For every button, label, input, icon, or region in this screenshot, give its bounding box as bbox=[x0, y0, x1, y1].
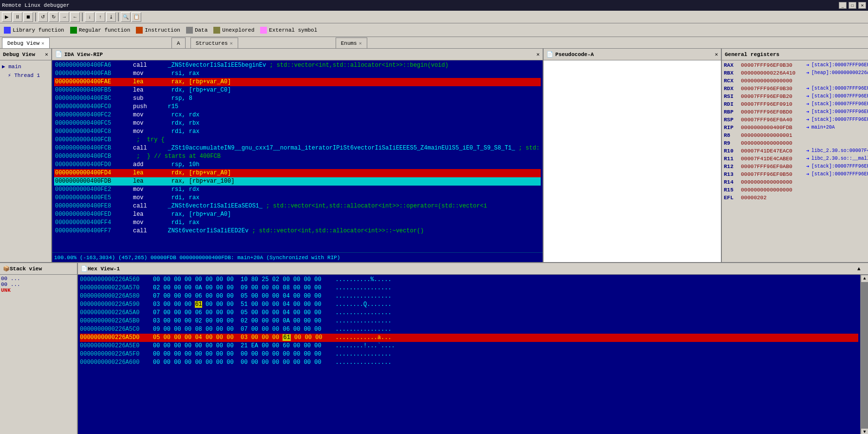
asm-addr-13: 0000000000400FD0 bbox=[55, 161, 133, 169]
asm-ops-9: rdi, rax bbox=[157, 128, 199, 136]
debug-item-1[interactable]: ▶ main bbox=[2, 62, 49, 71]
stack-view-header: 📦 Stack view bbox=[0, 263, 77, 275]
pseudocode-title: Pseudocode-A bbox=[555, 52, 594, 57]
toolbar-btn-6[interactable]: → bbox=[59, 12, 69, 22]
legend-label-data: Data bbox=[195, 27, 208, 33]
ida-view-close[interactable]: ✕ bbox=[536, 51, 540, 57]
legend-color-unexplored bbox=[213, 27, 220, 34]
toolbar-btn-2[interactable]: ⏸ bbox=[13, 12, 22, 22]
pseudocode-content[interactable] bbox=[544, 60, 721, 262]
hex-byte-yellow-2: 61 bbox=[283, 334, 290, 341]
asm-line-16: 0000000000400FE2 mov rsi, rdx bbox=[54, 186, 541, 194]
hex-content[interactable]: 0000000000226A560 00 00 00 00 00 00 00 0… bbox=[78, 275, 860, 434]
hex-scroll-up[interactable]: ▲ bbox=[857, 266, 865, 272]
tab-enums[interactable]: Enums ✕ bbox=[336, 38, 367, 48]
hex-row-6: 0000000000226A5B0 03 00 00 00 02 00 00 0… bbox=[80, 317, 858, 325]
stack-item-1: 00 ... bbox=[1, 276, 76, 282]
asm-ops-1: _ZNSt6vectorIiSaIiEE5beginEv bbox=[157, 61, 266, 70]
toolbar-btn-9[interactable]: ↑ bbox=[95, 12, 105, 22]
ida-view-panel: 📄 IDA View-RIP ✕ 0000000000400FA6 call _… bbox=[52, 49, 544, 262]
hex-scrollbar[interactable]: ▲ ▼ bbox=[860, 275, 868, 434]
asm-line-5: 0000000000400FBC sub rsp, 8 bbox=[54, 94, 541, 103]
tab-enums-close[interactable]: ✕ bbox=[359, 40, 362, 46]
registers-panel: General registers RAX 00007FFF96EF0B30 ➔… bbox=[722, 49, 868, 262]
asm-ops-5: rsp, 8 bbox=[157, 94, 192, 103]
scroll-down-btn[interactable]: ▼ bbox=[861, 428, 868, 434]
legend-color-data bbox=[186, 27, 193, 34]
legend-bar: Library function Regular function Instru… bbox=[0, 23, 868, 37]
toolbar-btn-4[interactable]: ↺ bbox=[38, 12, 48, 22]
tab-debug-view[interactable]: Debug View ✕ bbox=[2, 38, 50, 48]
asm-mnem-15: lea bbox=[133, 177, 157, 186]
legend-color-external bbox=[260, 27, 267, 34]
scroll-up-btn[interactable]: ▲ bbox=[861, 275, 868, 283]
asm-line-9: 0000000000400FC8 mov rdi, rax bbox=[54, 128, 541, 136]
tab-structures[interactable]: Structures ✕ bbox=[190, 38, 238, 48]
asm-line-2: 0000000000400FAB mov rsi, rax bbox=[54, 70, 541, 78]
asm-line-4: 0000000000400FB5 lea rdx, [rbp+var_C0] bbox=[54, 86, 541, 94]
toolbar-btn-5[interactable]: ↻ bbox=[49, 12, 58, 22]
asm-addr-14: 0000000000400FD4 bbox=[55, 169, 133, 177]
legend-color-library bbox=[4, 27, 11, 34]
toolbar-btn-12[interactable]: 📋 bbox=[132, 12, 141, 22]
ida-view-content[interactable]: 0000000000400FA6 call _ZNSt6vectorIiSaIi… bbox=[52, 60, 543, 252]
maximize-button[interactable]: □ bbox=[849, 2, 856, 9]
minimize-button[interactable]: _ bbox=[839, 2, 847, 9]
asm-addr-16: 0000000000400FE2 bbox=[55, 186, 133, 194]
asm-line-13: 0000000000400FD0 add rsp, 10h bbox=[54, 161, 541, 169]
toolbar-btn-11[interactable]: 🔍 bbox=[121, 12, 131, 22]
hex-row-11: 0000000000226A600 00 00 00 00 00 00 00 0… bbox=[80, 359, 858, 367]
asm-addr-1: 0000000000400FA6 bbox=[55, 61, 133, 70]
registers-title: General registers bbox=[725, 52, 779, 57]
toolbar-btn-7[interactable]: ← bbox=[70, 12, 80, 22]
stack-icon: 📦 bbox=[3, 265, 10, 272]
legend-instruction: Instruction bbox=[136, 27, 180, 34]
toolbar-btn-10[interactable]: ⤓ bbox=[106, 12, 116, 22]
asm-mnem-9: mov bbox=[133, 128, 157, 136]
legend-label-unexplored: Unexplored bbox=[222, 27, 254, 33]
asm-ops-2: rsi, rax bbox=[157, 70, 199, 78]
asm-ops-19: rax, [rbp+var_A0] bbox=[157, 210, 231, 219]
debug-item-2[interactable]: ⚡ Thread 1 bbox=[2, 71, 49, 80]
asm-addr-7: 0000000000400FC2 bbox=[55, 111, 133, 119]
asm-mnem-18: call bbox=[133, 202, 157, 210]
tab-bar-top: Debug View ✕ A Structures ✕ Enums ✕ bbox=[0, 37, 868, 49]
asm-mnem-21: call bbox=[133, 227, 157, 235]
legend-label-instruction: Instruction bbox=[145, 27, 180, 33]
asm-addr-11: 0000000000400FCB bbox=[55, 144, 133, 152]
hex-row-4: 0000000000226A590 03 00 00 00 61 00 00 0… bbox=[80, 301, 858, 309]
reg-r14: R14 0000000000000000 bbox=[724, 178, 866, 186]
reg-r8: R8 0000000000000001 bbox=[724, 132, 866, 139]
asm-mnem-11: call bbox=[133, 144, 157, 152]
close-button[interactable]: ✕ bbox=[858, 2, 866, 9]
asm-mnem-14: lea bbox=[133, 169, 157, 177]
asm-mnem-1: call bbox=[133, 61, 157, 70]
tab-debug-view-close[interactable]: ✕ bbox=[41, 40, 44, 46]
hex-row-3: 0000000000226A580 07 00 00 00 06 00 00 0… bbox=[80, 292, 858, 301]
asm-mnem-3: lea bbox=[133, 78, 157, 86]
debug-view-close[interactable]: ✕ bbox=[45, 51, 48, 57]
asm-ops-8: rdx, rbx bbox=[157, 119, 199, 128]
stack-item-2: 00 ... bbox=[1, 282, 76, 287]
toolbar-btn-1[interactable]: ▶ bbox=[2, 12, 12, 22]
pseudocode-view: 📄 Pseudocode-A ✕ bbox=[544, 49, 722, 262]
asm-ops-17: rdi, rax bbox=[157, 194, 199, 202]
ida-view-header: 📄 IDA View-RIP ✕ bbox=[52, 49, 543, 60]
asm-addr-9: 0000000000400FC8 bbox=[55, 128, 133, 136]
tab-a[interactable]: A bbox=[171, 38, 186, 48]
asm-line-12: 0000000000400FCB ; } // starts at 400FCB bbox=[54, 152, 541, 161]
hex-ascii-8: ............a... bbox=[328, 334, 392, 342]
debug-view-content: ▶ main ⚡ Thread 1 bbox=[0, 60, 51, 262]
asm-mnem-7: mov bbox=[133, 111, 157, 119]
toolbar-btn-8[interactable]: ↓ bbox=[85, 12, 94, 22]
pseudocode-close[interactable]: ✕ bbox=[715, 51, 718, 57]
tab-structures-close[interactable]: ✕ bbox=[230, 40, 233, 46]
asm-line-10: 0000000000400FCB ; try { bbox=[54, 136, 541, 144]
toolbar-sep-3 bbox=[118, 13, 119, 21]
asm-ops-3: rax, [rbp+var_A0] bbox=[157, 78, 231, 86]
toolbar-btn-3[interactable]: ⏹ bbox=[23, 12, 33, 22]
registers-content: RAX 00007FFF96EF0B30 ➔ [stack]:00007FFF9… bbox=[722, 60, 868, 262]
asm-addr-15: 0000000000400FDB bbox=[55, 177, 133, 186]
asm-addr-19: 0000000000400FED bbox=[55, 210, 133, 219]
ida-status-text: 100.00% (-163,3034) (457,265) 00000FDB 0… bbox=[54, 255, 340, 261]
